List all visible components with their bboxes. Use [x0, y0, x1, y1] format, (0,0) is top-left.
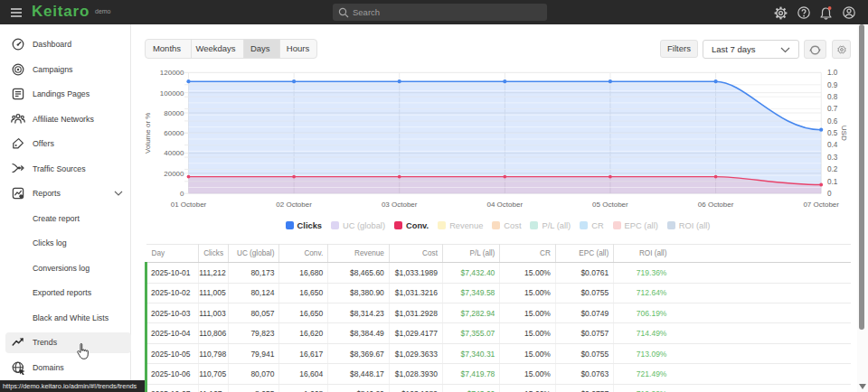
svg-text:60000: 60000	[164, 129, 184, 137]
svg-text:01 October: 01 October	[171, 201, 207, 209]
svg-text:0.4: 0.4	[827, 141, 838, 149]
svg-text:0.1: 0.1	[827, 178, 838, 186]
svg-text:07 October: 07 October	[803, 201, 839, 209]
svg-text:06 October: 06 October	[698, 201, 734, 209]
svg-text:0.7: 0.7	[827, 105, 838, 113]
svg-text:40000: 40000	[164, 149, 184, 157]
svg-text:0.8: 0.8	[827, 93, 838, 101]
svg-text:05 October: 05 October	[592, 201, 628, 209]
svg-text:100000: 100000	[160, 89, 184, 98]
svg-text:0: 0	[180, 190, 184, 198]
svg-text:0.3: 0.3	[827, 154, 838, 162]
svg-text:Volume or %: Volume or %	[144, 113, 152, 154]
svg-text:02 October: 02 October	[276, 201, 312, 209]
svg-text:80000: 80000	[164, 109, 184, 117]
svg-text:0.6: 0.6	[827, 117, 838, 126]
svg-text:03 October: 03 October	[382, 201, 418, 209]
svg-text:20000: 20000	[164, 170, 184, 178]
svg-text:1.0: 1.0	[827, 69, 838, 77]
svg-text:USD: USD	[840, 126, 848, 141]
svg-text:0.5: 0.5	[827, 129, 838, 137]
svg-text:0: 0	[827, 190, 832, 198]
svg-text:120000: 120000	[160, 69, 184, 77]
svg-text:04 October: 04 October	[487, 201, 524, 209]
svg-text:0.2: 0.2	[827, 165, 838, 173]
svg-text:0.9: 0.9	[827, 81, 838, 89]
